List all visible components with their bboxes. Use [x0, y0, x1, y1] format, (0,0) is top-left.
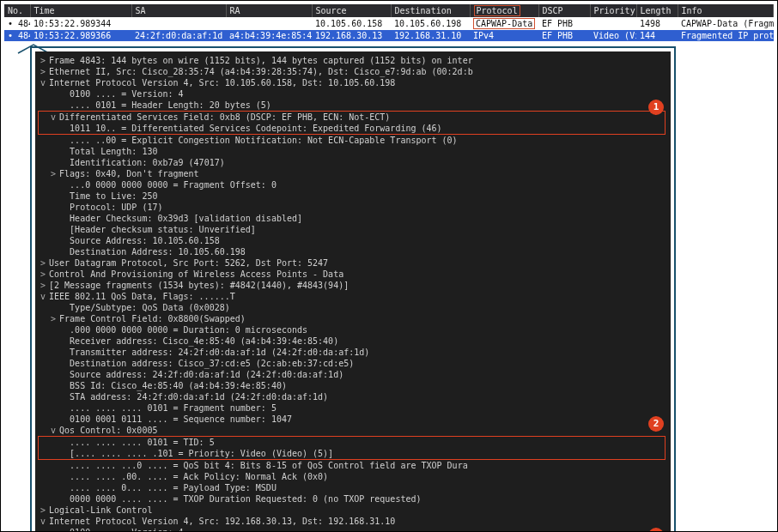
tree-line[interactable]: Total Length: 130	[40, 146, 666, 157]
cell-dst[interactable]: 192.168.31.10	[391, 30, 470, 41]
tree-line[interactable]: Protocol: UDP (17)	[40, 202, 666, 213]
cell-info[interactable]: Fragmented IP protocol (p	[678, 30, 774, 41]
column-header-time[interactable]: Time	[30, 4, 131, 17]
highlight-box: .... .... .... 0101 = TID: 5 [.... .... …	[38, 436, 666, 460]
cell-src[interactable]: 10.105.60.158	[312, 17, 391, 30]
column-header-priority[interactable]: Priority	[590, 4, 636, 17]
cell-len[interactable]: 144	[636, 30, 678, 41]
tree-line[interactable]: > User Datagram Protocol, Src Port: 5262…	[40, 257, 666, 269]
tree-line[interactable]: [.... .... .... .101 = Priority: Video (…	[40, 448, 663, 459]
tree-line[interactable]: > Flags: 0x40, Don't fragment	[40, 168, 666, 179]
tree-line[interactable]: > Frame Control Field: 0x8800(Swapped)	[40, 313, 666, 324]
tree-line[interactable]: Type/Subtype: QoS Data (0x0028)	[40, 302, 666, 313]
packet-list-header[interactable]: No.TimeSARASourceDestinationProtocolDSCP…	[4, 4, 774, 17]
chevron-down-icon[interactable]: v	[40, 291, 49, 302]
packet-detail-tree[interactable]: > Frame 4843: 144 bytes on wire (1152 bi…	[35, 51, 671, 532]
chevron-down-icon[interactable]: v	[51, 425, 59, 436]
chevron-right-icon[interactable]: >	[40, 55, 49, 66]
tree-line[interactable]: Receiver address: Cisco_4e:85:40 (a4:b4:…	[40, 336, 666, 347]
column-header-no[interactable]: No.	[4, 4, 30, 17]
tree-line[interactable]: Source Address: 10.105.60.158	[40, 235, 666, 246]
tree-line[interactable]: > Control And Provisioning of Wireless A…	[40, 269, 666, 280]
cell-src[interactable]: 192.168.30.13	[312, 30, 391, 41]
chevron-right-icon[interactable]: >	[40, 269, 49, 280]
column-header-destination[interactable]: Destination	[391, 4, 470, 17]
cell-proto[interactable]: CAPWAP-Data	[470, 17, 538, 30]
cell-proto[interactable]: IPv4	[470, 30, 538, 41]
tree-line[interactable]: > Frame 4843: 144 bytes on wire (1152 bi…	[40, 55, 666, 66]
packet-row[interactable]: • 484210:53:22.98934410.105.60.15810.105…	[4, 17, 774, 30]
cell-info[interactable]: CAPWAP-Data (Fragment ID:	[678, 17, 774, 30]
cell-dscp[interactable]: EF PHB	[538, 30, 590, 41]
chevron-right-icon[interactable]: >	[40, 505, 49, 516]
column-header-dscp[interactable]: DSCP	[538, 4, 590, 17]
cell-len[interactable]: 1498	[636, 17, 678, 30]
tree-line[interactable]: .... .... .... 0101 = Fragment number: 5	[40, 402, 666, 414]
tree-line[interactable]: 0100 .... = Version: 4	[40, 527, 666, 532]
cell-dscp[interactable]: EF PHB	[538, 17, 590, 30]
chevron-down-icon[interactable]: v	[40, 516, 49, 527]
tree-line[interactable]: v Qos Control: 0x0005	[40, 425, 666, 436]
tree-line[interactable]: v IEEE 802.11 QoS Data, Flags: ......T	[40, 291, 666, 302]
tree-spacer	[61, 146, 70, 157]
chevron-right-icon[interactable]: >	[40, 280, 49, 291]
tree-line[interactable]: .... ..00 = Explicit Congestion Notifica…	[40, 135, 666, 146]
tree-line[interactable]: Destination Address: 10.105.60.198	[40, 246, 666, 257]
tree-line[interactable]: Identification: 0xb7a9 (47017)	[40, 157, 666, 168]
column-header-info[interactable]: Info	[678, 4, 774, 17]
tree-line[interactable]: 1011 10.. = Differentiated Services Code…	[40, 123, 663, 134]
chevron-right-icon[interactable]: >	[51, 313, 59, 324]
tree-line[interactable]: .... .... .00. .... = Ack Policy: Normal…	[40, 471, 666, 482]
tree-line[interactable]: .... .... 0... .... = Payload Type: MSDU	[40, 482, 666, 493]
tree-line[interactable]: .... .... ...0 .... = QoS bit 4: Bits 8-…	[40, 460, 666, 471]
tree-line[interactable]: Transmitter address: 24:2f:d0:da:af:1d (…	[40, 347, 666, 358]
cell-ra[interactable]: a4:b4:39:4e:85:40	[226, 30, 312, 41]
cell-prio[interactable]: Video (Video)	[590, 30, 636, 41]
cell-no[interactable]: • 4842	[4, 17, 30, 30]
cell-no[interactable]: • 4843	[4, 30, 30, 41]
tree-line[interactable]: [Header checksum status: Unverified]	[40, 224, 666, 235]
tree-text: Qos Control: 0x0005	[59, 426, 157, 435]
packet-row[interactable]: • 484310:53:22.98936624:2f:d0:da:af:1da4…	[4, 30, 774, 41]
tree-text: 0100 .... = Version: 4	[70, 528, 183, 532]
cell-time[interactable]: 10:53:22.989366	[30, 30, 131, 41]
tree-spacer	[61, 471, 70, 482]
cell-dst[interactable]: 10.105.60.198	[391, 17, 470, 30]
tree-line[interactable]: .... .... .... 0101 = TID: 5	[40, 437, 663, 448]
column-header-protocol[interactable]: Protocol	[470, 4, 538, 17]
tree-line[interactable]: .... 0101 = Header Length: 20 bytes (5)	[40, 100, 666, 111]
tree-line[interactable]: > Ethernet II, Src: Cisco_28:35:74 (a4:b…	[40, 66, 666, 77]
tree-line[interactable]: Source address: 24:2f:d0:da:af:1d (24:2f…	[40, 369, 666, 380]
cell-time[interactable]: 10:53:22.989344	[30, 17, 131, 30]
tree-line[interactable]: ...0 0000 0000 0000 = Fragment Offset: 0	[40, 179, 666, 190]
cell-sa[interactable]: 24:2f:d0:da:af:1d	[131, 30, 226, 41]
tree-line[interactable]: v Differentiated Services Field: 0xb8 (D…	[40, 112, 663, 123]
cell-sa[interactable]	[131, 17, 226, 30]
tree-line[interactable]: STA address: 24:2f:d0:da:af:1d (24:2f:d0…	[40, 391, 666, 402]
tree-line[interactable]: .000 0000 0000 0000 = Duration: 0 micros…	[40, 324, 666, 336]
tree-line[interactable]: BSS Id: Cisco_4e:85:40 (a4:b4:39:4e:85:4…	[40, 380, 666, 391]
tree-line[interactable]: 0000 0000 .... .... = TXOP Duration Requ…	[40, 493, 666, 505]
cell-prio[interactable]	[590, 17, 636, 30]
tree-line[interactable]: 0100 0001 0111 .... = Sequence number: 1…	[40, 414, 666, 425]
tree-line[interactable]: Header Checksum: 0x39d3 [validation disa…	[40, 213, 666, 224]
chevron-right-icon[interactable]: >	[40, 257, 49, 269]
column-header-source[interactable]: Source	[312, 4, 391, 17]
tree-line[interactable]: > Logical-Link Control	[40, 505, 666, 516]
tree-line[interactable]: 0100 .... = Version: 4	[40, 88, 666, 100]
chevron-down-icon[interactable]: v	[40, 77, 49, 88]
tree-line[interactable]: Destination address: Cisco_37:cd:e5 (2c:…	[40, 358, 666, 369]
chevron-right-icon[interactable]: >	[51, 168, 59, 179]
column-header-ra[interactable]: RA	[226, 4, 312, 17]
chevron-down-icon[interactable]: v	[51, 112, 59, 123]
tree-line[interactable]: Time to Live: 250	[40, 190, 666, 202]
tree-line[interactable]: > [2 Message fragments (1534 bytes): #48…	[40, 280, 666, 291]
packet-list-table[interactable]: No.TimeSARASourceDestinationProtocolDSCP…	[4, 4, 774, 41]
tree-line[interactable]: v Internet Protocol Version 4, Src: 192.…	[40, 516, 666, 527]
tree-line[interactable]: v Internet Protocol Version 4, Src: 10.1…	[40, 77, 666, 88]
chevron-right-icon[interactable]: >	[40, 66, 49, 77]
cell-ra[interactable]	[226, 17, 312, 30]
tree-text: Protocol: UDP (17)	[70, 203, 162, 212]
column-header-length[interactable]: Length	[636, 4, 678, 17]
column-header-sa[interactable]: SA	[131, 4, 226, 17]
